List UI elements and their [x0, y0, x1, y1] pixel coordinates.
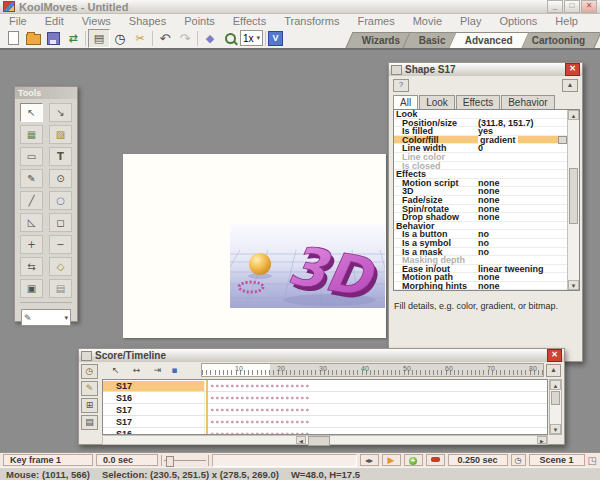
frame-spinner[interactable]: ◂▸	[360, 454, 379, 466]
timeline-row[interactable]: S17	[103, 416, 547, 428]
menu-edit[interactable]: Edit	[36, 15, 73, 27]
shape-panel-titlebar[interactable]: Shape S17 ✕	[389, 63, 582, 76]
menu-movie[interactable]: Movie	[404, 15, 451, 27]
scroll-up-icon[interactable]: ▲	[568, 110, 579, 120]
tool-options-select[interactable]: ✎ ▾	[21, 309, 71, 326]
timeline-row[interactable]: S17	[103, 404, 547, 416]
shapes-button[interactable]: ✂	[130, 30, 150, 47]
rectangle-tool[interactable]: ▭	[20, 147, 43, 166]
property-row[interactable]: Morphing hintsnone	[394, 282, 568, 291]
scroll-left-icon[interactable]: ◀	[296, 436, 306, 444]
frame-duration-field[interactable]: 0.250 sec	[448, 454, 508, 466]
actionscript-button[interactable]: V	[268, 31, 283, 46]
timeline-select-button[interactable]: ↖	[107, 364, 124, 377]
zoom-button[interactable]	[220, 30, 240, 47]
timeline-ruler[interactable]: 10 20 30 40 50 60 70 80	[201, 363, 544, 377]
bitmap-fill-tool[interactable]: ▨	[49, 125, 72, 144]
timeline-row[interactable]: S16	[103, 428, 547, 435]
pencil-tool[interactable]: ✎	[20, 169, 43, 188]
scene-list-icon[interactable]: ◳	[588, 455, 597, 466]
tab-behavior[interactable]: Behavior	[501, 95, 554, 110]
scroll-up-icon[interactable]: ▲	[550, 380, 561, 390]
menu-effects[interactable]: Effects	[224, 15, 275, 27]
select-tool[interactable]: ↖	[20, 103, 43, 122]
menu-help[interactable]: Help	[546, 15, 587, 27]
timeline-scroll-up-button[interactable]: ▲	[546, 364, 561, 377]
scroll-down-icon[interactable]: ▼	[550, 424, 561, 434]
timeline-pencil-button[interactable]: ✎	[81, 381, 98, 396]
current-frame-marker[interactable]	[206, 380, 208, 434]
line-tool[interactable]: ╱	[20, 191, 43, 210]
timeline-titlebar[interactable]: Score/Timeline ✕	[79, 349, 564, 362]
new-button[interactable]	[3, 30, 23, 47]
menu-transforms[interactable]: Transforms	[275, 15, 348, 27]
freeform-tool[interactable]: ◻	[49, 213, 72, 232]
tween-tool[interactable]: ⇆	[20, 257, 43, 276]
menu-play[interactable]: Play	[451, 15, 490, 27]
play-button[interactable]: ▶	[382, 454, 401, 466]
tab-advanced[interactable]: Advanced	[448, 32, 529, 48]
frame-slider[interactable]	[161, 455, 209, 466]
grid-tool[interactable]: ▤	[49, 279, 72, 298]
redo-button[interactable]: ↷	[175, 30, 195, 47]
stage-image-3d[interactable]: 3D 3D	[230, 224, 385, 308]
timeline-row[interactable]: S16	[103, 392, 547, 404]
timeline-stop-button[interactable]: ▪	[166, 364, 183, 377]
export-button[interactable]: ⇄	[63, 30, 83, 47]
undo-button[interactable]: ↶	[155, 30, 175, 47]
slider-thumb[interactable]	[166, 456, 174, 467]
close-button[interactable]: ✕	[581, 0, 597, 13]
fill-tool[interactable]: ▦	[20, 125, 43, 144]
timeline-close-button[interactable]: ✕	[547, 349, 562, 362]
transform-tool[interactable]: ↘	[49, 103, 72, 122]
tab-look[interactable]: Look	[419, 95, 455, 110]
value-dropdown-button[interactable]	[558, 136, 567, 144]
timeline-goto-button[interactable]: ⇥	[149, 364, 166, 377]
timeline-resize-button[interactable]: ↔	[128, 364, 145, 377]
shape-panel-close-button[interactable]: ✕	[565, 63, 580, 76]
menu-points[interactable]: Points	[175, 15, 224, 27]
timeline-copy-button[interactable]: ⊞	[81, 398, 98, 413]
timeline-row[interactable]: S17	[103, 380, 547, 392]
menu-frames[interactable]: Frames	[348, 15, 403, 27]
property-list-scrollbar[interactable]: ▲ ▼	[567, 110, 579, 290]
zoom-level-select[interactable]: 1x ▾	[240, 30, 263, 46]
menu-views[interactable]: Views	[73, 15, 120, 27]
panel-help-button[interactable]: ?	[393, 79, 409, 92]
oval-3d-tool[interactable]: ⊙	[49, 169, 72, 188]
maximize-button[interactable]: □	[564, 0, 580, 13]
scrollbar-thumb[interactable]	[569, 168, 578, 224]
scrollbar-thumb[interactable]	[551, 391, 560, 405]
menu-file[interactable]: File	[0, 15, 36, 27]
scroll-down-icon[interactable]: ▼	[568, 280, 579, 290]
open-button[interactable]	[23, 30, 43, 47]
scrollbar-thumb[interactable]	[308, 436, 330, 446]
panel-collapse-button[interactable]: ▲	[562, 79, 578, 92]
group-tool[interactable]: ▣	[20, 279, 43, 298]
timeline-clock-button[interactable]: ◷	[81, 364, 98, 379]
scene-select[interactable]: Scene 1	[529, 454, 585, 466]
add-point-tool[interactable]: +	[20, 235, 43, 254]
tab-effects[interactable]: Effects	[456, 95, 500, 110]
timing-button[interactable]: ◷	[110, 30, 130, 47]
frame-track[interactable]	[212, 454, 357, 467]
save-button[interactable]	[43, 30, 63, 47]
timeline-horizontal-scrollbar[interactable]: ◀ ▶	[102, 435, 548, 445]
polygon-tool[interactable]: ◺	[20, 213, 43, 232]
ellipse-tool[interactable]: ○	[49, 191, 72, 210]
tab-all[interactable]: All	[393, 95, 418, 110]
timing-clock-button[interactable]: ◷	[511, 454, 526, 466]
menu-shapes[interactable]: Shapes	[120, 15, 175, 27]
timeline-vertical-scrollbar[interactable]: ▲ ▼	[549, 379, 562, 435]
add-frame-button[interactable]: +	[404, 454, 423, 466]
tools-palette-title[interactable]: Tools	[15, 87, 77, 99]
stage-canvas[interactable]: 3D 3D	[123, 154, 386, 338]
menu-options[interactable]: Options	[490, 15, 546, 27]
delete-frame-button[interactable]	[426, 454, 445, 466]
symbol-button[interactable]: ◆	[200, 30, 220, 47]
frames-list-button[interactable]: ▤	[88, 29, 110, 48]
timeline-layers-button[interactable]: ▤	[81, 415, 98, 430]
keyframe-tool[interactable]: ◇	[49, 257, 72, 276]
minimize-button[interactable]: _	[547, 0, 563, 13]
delete-point-tool[interactable]: −	[49, 235, 72, 254]
